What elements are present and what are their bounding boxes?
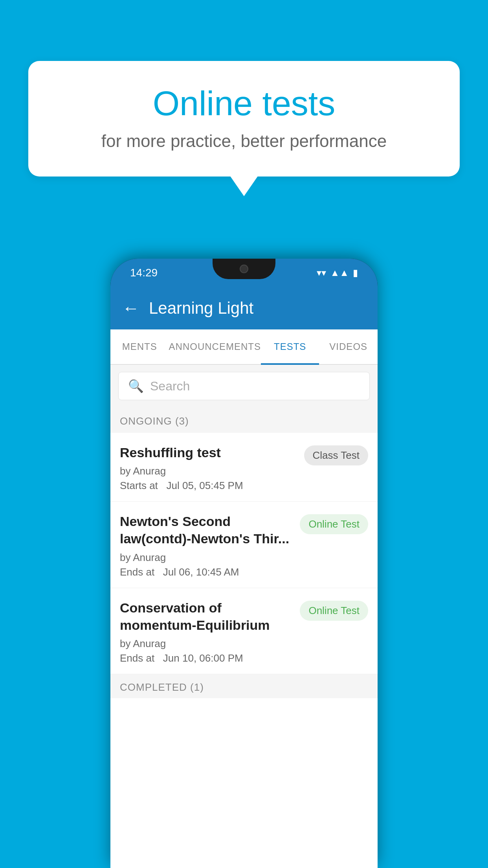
test-list: Reshuffling test by Anurag Starts at Jul… xyxy=(110,433,378,868)
bubble-subtitle: for more practice, better performance xyxy=(60,131,428,151)
status-bar: 14:29 ▾▾ ▲▲ ▮ xyxy=(110,259,378,287)
battery-icon: ▮ xyxy=(353,267,358,278)
search-input[interactable]: Search xyxy=(150,379,190,394)
test-author-1: by Anurag xyxy=(120,465,298,477)
search-bar[interactable]: 🔍 Search xyxy=(118,372,370,400)
test-info-1: Reshuffling test by Anurag Starts at Jul… xyxy=(120,444,298,492)
app-bar: ← Learning Light xyxy=(110,287,378,329)
tabs-bar: MENTS ANNOUNCEMENTS TESTS VIDEOS xyxy=(110,329,378,365)
test-time-3: Ends at Jun 10, 06:00 PM xyxy=(120,652,294,664)
completed-section-header: COMPLETED (1) xyxy=(110,674,378,698)
test-info-3: Conservation of momentum-Equilibrium by … xyxy=(120,599,294,664)
phone-notch xyxy=(213,259,275,279)
test-author-3: by Anurag xyxy=(120,638,294,650)
test-name-1: Reshuffling test xyxy=(120,444,298,461)
test-time-2: Ends at Jul 06, 10:45 AM xyxy=(120,566,294,578)
tab-videos[interactable]: VIDEOS xyxy=(319,329,378,364)
tab-tests[interactable]: TESTS xyxy=(261,329,319,364)
test-item-1[interactable]: Reshuffling test by Anurag Starts at Jul… xyxy=(110,433,378,502)
test-time-1: Starts at Jul 05, 05:45 PM xyxy=(120,480,298,492)
tab-ments[interactable]: MENTS xyxy=(110,329,169,364)
status-icons: ▾▾ ▲▲ ▮ xyxy=(317,267,358,278)
test-badge-3: Online Test xyxy=(300,601,368,621)
bubble-title: Online tests xyxy=(60,85,428,123)
phone-screen: ← Learning Light MENTS ANNOUNCEMENTS TES… xyxy=(110,287,378,868)
search-container: 🔍 Search xyxy=(110,365,378,407)
phone-frame: 14:29 ▾▾ ▲▲ ▮ ← Learning Light MENTS ANN… xyxy=(110,259,378,868)
search-icon: 🔍 xyxy=(128,379,144,394)
back-button[interactable]: ← xyxy=(122,298,139,318)
test-item-3[interactable]: Conservation of momentum-Equilibrium by … xyxy=(110,588,378,674)
camera-dot xyxy=(240,265,248,273)
status-time: 14:29 xyxy=(130,267,158,279)
speech-bubble-container: Online tests for more practice, better p… xyxy=(28,61,460,177)
wifi-icon: ▾▾ xyxy=(317,267,326,278)
test-name-2: Newton's Second law(contd)-Newton's Thir… xyxy=(120,513,294,547)
test-name-3: Conservation of momentum-Equilibrium xyxy=(120,599,294,634)
test-badge-2: Online Test xyxy=(300,514,368,534)
test-info-2: Newton's Second law(contd)-Newton's Thir… xyxy=(120,513,294,578)
signal-icon: ▲▲ xyxy=(330,267,349,278)
test-author-2: by Anurag xyxy=(120,552,294,564)
tab-announcements[interactable]: ANNOUNCEMENTS xyxy=(169,329,261,364)
app-title: Learning Light xyxy=(149,299,253,318)
ongoing-section-header: ONGOING (3) xyxy=(110,407,378,433)
test-badge-1: Class Test xyxy=(304,445,368,465)
speech-bubble: Online tests for more practice, better p… xyxy=(28,61,460,177)
test-item-2[interactable]: Newton's Second law(contd)-Newton's Thir… xyxy=(110,502,378,588)
